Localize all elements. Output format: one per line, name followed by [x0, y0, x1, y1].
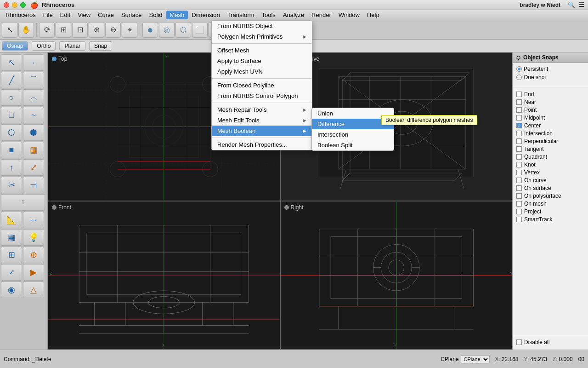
dimension-button[interactable]: ↔ — [23, 212, 44, 228]
snap-quadrant-checkbox[interactable] — [516, 154, 522, 160]
snap-point-checkbox[interactable] — [516, 107, 522, 113]
cylinder-button[interactable]: ⬡ — [175, 22, 191, 38]
snap-intersection-checkbox[interactable] — [516, 131, 522, 136]
zoom-extents-button[interactable]: ⊞ — [56, 22, 71, 38]
snap-onsurface-checkbox[interactable] — [516, 185, 522, 191]
menu-render-props[interactable]: Render Mesh Properties... — [212, 139, 312, 150]
hatch-button[interactable]: ▦ — [1, 229, 22, 246]
snap-onmesh-checkbox[interactable] — [516, 201, 522, 207]
ortho-button[interactable]: Ortho — [32, 41, 56, 51]
minimize-button[interactable] — [12, 2, 17, 8]
trim-button[interactable]: ✂ — [1, 177, 22, 193]
menu-view[interactable]: View — [74, 11, 94, 19]
menu-from-control-polygon[interactable]: From NURBS Control Polygon — [212, 91, 312, 101]
zoom-out-button[interactable]: ⊖ — [105, 22, 121, 38]
menu-tools[interactable]: Tools — [258, 11, 279, 19]
snap-onpolysurface-checkbox[interactable] — [516, 193, 522, 199]
select-tool-button[interactable]: ↖ — [2, 22, 17, 38]
menu-analyze[interactable]: Analyze — [279, 11, 308, 19]
misc1-button[interactable]: ◉ — [1, 282, 22, 298]
planar-button[interactable]: Planar — [59, 41, 85, 51]
menu-file[interactable]: File — [40, 11, 57, 19]
menu-boolean[interactable]: Mesh Boolean▶ — [212, 126, 312, 136]
disable-all-checkbox[interactable] — [516, 339, 522, 345]
snap-end-checkbox[interactable] — [516, 92, 522, 97]
persistent-radio[interactable] — [516, 66, 522, 72]
extrude-lt-button[interactable]: ↑ — [1, 159, 22, 176]
zoom-in-button[interactable]: ⊕ — [89, 22, 104, 38]
polyline-button[interactable]: ⌒ — [23, 72, 44, 88]
snap-midpoint-checkbox[interactable] — [516, 115, 522, 121]
apple-menu-icon[interactable]: 🍎 — [30, 1, 38, 9]
select-button[interactable]: ↖ — [1, 54, 22, 71]
menu-polygon-primitives[interactable]: Polygon Mesh Primitives▶ — [212, 31, 312, 42]
line-button[interactable]: ╱ — [1, 72, 22, 88]
menu-curve[interactable]: Curve — [94, 11, 118, 19]
boolean-split[interactable]: Boolean Split — [312, 140, 394, 150]
menu-edit[interactable]: Edit — [57, 11, 74, 19]
arc-button[interactable]: ⌓ — [23, 89, 44, 106]
menu-mesh[interactable]: Mesh — [166, 11, 188, 19]
snap-tangent-checkbox[interactable] — [516, 146, 522, 152]
gumball-button[interactable]: ⊕ — [23, 247, 44, 263]
close-button[interactable] — [4, 2, 9, 8]
pan-tool-button[interactable]: ✋ — [18, 22, 34, 38]
snap-perp-checkbox[interactable] — [516, 138, 522, 144]
sphere-button[interactable]: ● — [142, 22, 158, 38]
grid-button[interactable]: ⊞ — [1, 247, 22, 263]
cplane-select[interactable]: CPlane World — [461, 355, 490, 363]
transform-button[interactable]: ⤢ — [23, 159, 44, 176]
snap-knot-checkbox[interactable] — [516, 162, 522, 167]
circle-button[interactable]: ○ — [1, 89, 22, 106]
menu-window[interactable]: Window — [335, 11, 363, 19]
snap-project-checkbox[interactable] — [516, 209, 522, 214]
menu-rhinoceros[interactable]: Rhinoceros — [2, 11, 40, 19]
mesh-button[interactable]: ▦ — [23, 142, 44, 158]
cube-button[interactable]: ⬜ — [192, 22, 208, 38]
menu-offset-mesh[interactable]: Offset Mesh — [212, 45, 312, 56]
text-tool-button[interactable]: T — [1, 194, 45, 211]
snap-button[interactable]: Snap — [89, 41, 112, 51]
snap-center-checkbox[interactable] — [516, 123, 522, 128]
zoom-window-button[interactable]: ⊡ — [72, 22, 88, 38]
menu-surface[interactable]: Surface — [118, 11, 146, 19]
point-button[interactable]: · — [23, 54, 44, 71]
menu-dimension[interactable]: Dimension — [188, 11, 223, 19]
viewport-front[interactable]: Front — [48, 201, 280, 350]
torus-button[interactable]: ◎ — [159, 22, 175, 38]
analyze-button[interactable]: 📐 — [1, 212, 22, 228]
menu-transform[interactable]: Transform — [224, 11, 258, 19]
menu-edit-tools[interactable]: Mesh Edit Tools▶ — [212, 115, 312, 126]
osnap-button[interactable]: Osnap — [2, 41, 28, 51]
misc2-button[interactable]: △ — [23, 282, 44, 298]
menu-render[interactable]: Render — [308, 11, 335, 19]
solid-button[interactable]: ■ — [1, 142, 22, 158]
menu-apply-surface[interactable]: Apply to Surface — [212, 56, 312, 66]
menu-repair-tools[interactable]: Mesh Repair Tools▶ — [212, 104, 312, 115]
snap-oncurve-checkbox[interactable] — [516, 178, 522, 183]
snap-near-checkbox[interactable] — [516, 99, 522, 105]
checkmark-button[interactable]: ✓ — [1, 264, 22, 281]
search-icon[interactable]: 🔍 — [568, 1, 575, 8]
light-button[interactable]: 💡 — [23, 229, 44, 246]
menu-from-polyline[interactable]: From Closed Polyline — [212, 80, 312, 91]
menu-apply-uvn[interactable]: Apply Mesh UVN — [212, 66, 312, 77]
snap-vertex-checkbox[interactable] — [516, 170, 522, 175]
boolean-intersection[interactable]: Intersection — [312, 129, 394, 140]
viewport-right[interactable]: Right — [280, 201, 513, 350]
zoom-selected-button[interactable]: ⌖ — [122, 22, 137, 38]
render-lt-button[interactable]: ▶ — [23, 264, 44, 281]
rotate-view-button[interactable]: ⟳ — [39, 22, 55, 38]
menu-extras-icon[interactable]: ☰ — [579, 1, 584, 8]
maximize-button[interactable] — [20, 2, 26, 8]
surface-button[interactable]: ⬡ — [1, 124, 22, 141]
menu-help[interactable]: Help — [363, 11, 383, 19]
snap-smarttrack-checkbox[interactable] — [516, 217, 522, 222]
split-button[interactable]: ⊣ — [23, 177, 44, 193]
menu-solid[interactable]: Solid — [146, 11, 166, 19]
curve-button[interactable]: ~ — [23, 107, 44, 123]
nurbs-button[interactable]: ⬢ — [23, 124, 44, 141]
oneshot-radio[interactable] — [516, 75, 522, 80]
menu-from-nurbs[interactable]: From NURBS Object — [212, 21, 312, 31]
rectangle-button[interactable]: □ — [1, 107, 22, 123]
